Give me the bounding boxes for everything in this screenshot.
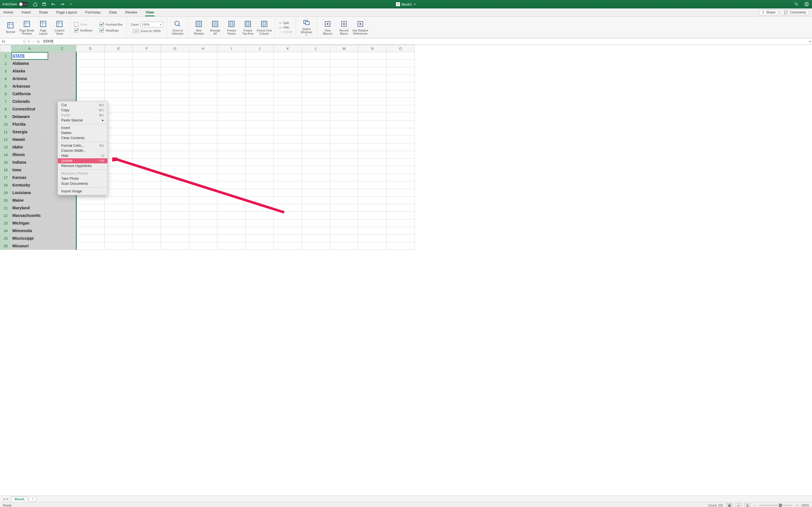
cell-I15[interactable]: [217, 159, 246, 166]
cell-G14[interactable]: [161, 151, 189, 159]
cell-E9[interactable]: [105, 113, 133, 121]
cell-A14[interactable]: Illinois: [11, 151, 48, 159]
cell-M22[interactable]: [330, 212, 358, 219]
cell-G20[interactable]: [161, 196, 189, 204]
cell-I12[interactable]: [217, 136, 246, 144]
cancel-x-icon[interactable]: ✕: [28, 40, 31, 44]
namebox-spinner[interactable]: ▲▼: [23, 40, 25, 43]
cell-H3[interactable]: [189, 67, 217, 75]
row-header-3[interactable]: 3: [0, 67, 11, 75]
cell-J5[interactable]: [246, 82, 274, 90]
cell-I14[interactable]: [217, 151, 246, 159]
row-header-12[interactable]: 12: [0, 136, 11, 144]
check-formula-bar[interactable]: Formula Bar: [100, 22, 123, 26]
cell-H14[interactable]: [189, 151, 217, 159]
cell-H13[interactable]: [189, 144, 217, 151]
zoom-out-button[interactable]: −: [754, 504, 755, 507]
cell-J26[interactable]: [246, 242, 274, 250]
cell-O7[interactable]: [387, 98, 415, 105]
cell-N6[interactable]: [358, 90, 387, 98]
cell-N13[interactable]: [358, 144, 387, 151]
cell-G4[interactable]: [161, 75, 189, 82]
cell-I24[interactable]: [217, 227, 246, 235]
cell-K6[interactable]: [274, 90, 302, 98]
comments-button[interactable]: 💬 Comments: [781, 10, 809, 15]
cell-D6[interactable]: [77, 90, 105, 98]
col-header-K[interactable]: K: [274, 45, 302, 52]
cell-L21[interactable]: [302, 204, 330, 212]
col-header-L[interactable]: L: [302, 45, 330, 52]
cell-M9[interactable]: [330, 113, 358, 121]
cell-D3[interactable]: [77, 67, 105, 75]
cell-E23[interactable]: [105, 219, 133, 227]
cell-A5[interactable]: Arkansas: [11, 82, 48, 90]
cell-K20[interactable]: [274, 196, 302, 204]
formula-input[interactable]: STATE: [42, 38, 808, 45]
cell-J15[interactable]: [246, 159, 274, 166]
ribbon-tab-page-layout[interactable]: Page Layout: [56, 9, 78, 16]
cell-A2[interactable]: Alabama: [11, 60, 48, 67]
cell-L22[interactable]: [302, 212, 330, 219]
cell-E20[interactable]: [105, 196, 133, 204]
cell-A6[interactable]: California: [11, 90, 48, 98]
cell-F21[interactable]: [133, 204, 161, 212]
cell-N7[interactable]: [358, 98, 387, 105]
cell-J24[interactable]: [246, 227, 274, 235]
cell-I7[interactable]: [217, 98, 246, 105]
row-header-6[interactable]: 6: [0, 90, 11, 98]
cell-E1[interactable]: [105, 52, 133, 60]
cell-J9[interactable]: [246, 113, 274, 121]
ribbon-tab-view[interactable]: View: [145, 9, 154, 16]
cell-A23[interactable]: Michigan: [11, 219, 48, 227]
cell-F14[interactable]: [133, 151, 161, 159]
cell-K21[interactable]: [274, 204, 302, 212]
col-header-C[interactable]: C: [48, 45, 77, 52]
cell-J3[interactable]: [246, 67, 274, 75]
cell-J4[interactable]: [246, 75, 274, 82]
share-button[interactable]: ⇪ Share: [759, 10, 778, 15]
cell-N11[interactable]: [358, 128, 387, 136]
cell-F1[interactable]: [133, 52, 161, 60]
col-header-O[interactable]: O: [387, 45, 415, 52]
cell-N23[interactable]: [358, 219, 387, 227]
view-mode-button-0[interactable]: Normal: [2, 21, 18, 34]
cell-F20[interactable]: [133, 196, 161, 204]
cell-F13[interactable]: [133, 144, 161, 151]
cell-A25[interactable]: Mississippi: [11, 235, 48, 242]
cell-E8[interactable]: [105, 105, 133, 113]
cell-D26[interactable]: [77, 242, 105, 250]
cell-E11[interactable]: [105, 128, 133, 136]
row-header-13[interactable]: 13: [0, 144, 11, 151]
cell-L7[interactable]: [302, 98, 330, 105]
cell-J12[interactable]: [246, 136, 274, 144]
cell-O22[interactable]: [387, 212, 415, 219]
cell-N1[interactable]: [358, 52, 387, 60]
cell-C4[interactable]: [48, 75, 77, 82]
cell-J6[interactable]: [246, 90, 274, 98]
cell-K2[interactable]: [274, 60, 302, 67]
cell-F15[interactable]: [133, 159, 161, 166]
cell-G25[interactable]: [161, 235, 189, 242]
cell-H11[interactable]: [189, 128, 217, 136]
cell-A12[interactable]: Hawaii: [11, 136, 48, 144]
cell-O15[interactable]: [387, 159, 415, 166]
cell-D2[interactable]: [77, 60, 105, 67]
cell-A10[interactable]: Florida: [11, 121, 48, 128]
cell-N15[interactable]: [358, 159, 387, 166]
cell-M19[interactable]: [330, 189, 358, 196]
cell-G7[interactable]: [161, 98, 189, 105]
cell-O6[interactable]: [387, 90, 415, 98]
cell-I8[interactable]: [217, 105, 246, 113]
cell-C1[interactable]: [48, 52, 77, 60]
cell-K17[interactable]: [274, 174, 302, 181]
cell-G19[interactable]: [161, 189, 189, 196]
macro-button-2[interactable]: Use Relative References: [352, 20, 368, 35]
cell-E18[interactable]: [105, 181, 133, 189]
cell-C24[interactable]: [48, 227, 77, 235]
cell-J25[interactable]: [246, 235, 274, 242]
cell-C23[interactable]: [48, 219, 77, 227]
cell-O9[interactable]: [387, 113, 415, 121]
save-icon[interactable]: [41, 1, 47, 7]
cell-F24[interactable]: [133, 227, 161, 235]
cell-O16[interactable]: [387, 166, 415, 174]
